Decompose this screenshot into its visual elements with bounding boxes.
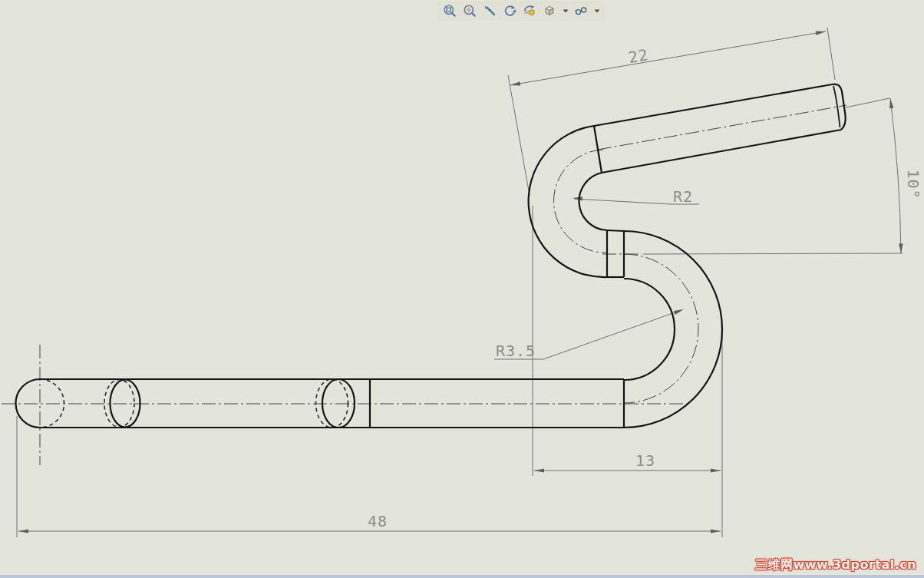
dim-text-13[interactable]: 13 — [635, 451, 655, 470]
dimension-r3_5[interactable]: R3.5 — [494, 309, 684, 360]
solidworks-graphics-area: 22 10° R2 R3.5 — [0, 0, 924, 578]
dim-text-r3_5[interactable]: R3.5 — [496, 342, 536, 360]
heads-up-view-toolbar — [437, 1, 605, 21]
zoom-to-area-icon[interactable] — [462, 3, 477, 18]
centerlines — [2, 105, 846, 465]
dim-text-48[interactable]: 48 — [368, 512, 388, 530]
dimension-10deg[interactable]: 10° — [643, 98, 922, 254]
zoom-to-fit-icon[interactable] — [442, 3, 457, 18]
site-watermark: 三维网www.3dportal.cn — [755, 557, 916, 573]
view-orientation-caret-icon[interactable] — [562, 3, 569, 18]
dim-text-r2[interactable]: R2 — [673, 187, 693, 206]
previous-view-icon[interactable] — [482, 3, 497, 18]
dimension-48[interactable]: 48 — [17, 416, 721, 537]
rotate-view-icon[interactable] — [502, 3, 517, 18]
part-bent-wire[interactable] — [16, 84, 846, 428]
window-bottom-edge — [0, 575, 924, 578]
drawing-sheet: 22 10° R2 R3.5 — [0, 0, 924, 578]
display-style-caret-icon[interactable] — [593, 3, 600, 18]
dimension-13[interactable]: 13 — [533, 206, 722, 537]
dimension-r2[interactable]: R2 — [573, 187, 699, 206]
display-style-icon[interactable] — [573, 3, 589, 18]
dim-text-22[interactable]: 22 — [627, 45, 650, 67]
3d-drawing-view-icon[interactable] — [522, 3, 537, 18]
view-orientation-icon[interactable] — [542, 3, 557, 18]
dim-text-10deg[interactable]: 10° — [904, 169, 922, 199]
dimension-22[interactable]: 22 — [508, 28, 835, 195]
